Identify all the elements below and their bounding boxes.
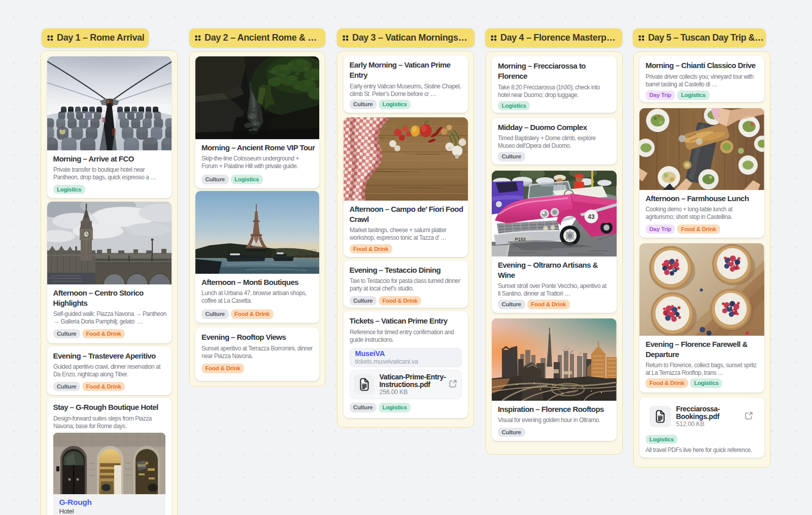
svg-text:43: 43 xyxy=(588,213,595,220)
